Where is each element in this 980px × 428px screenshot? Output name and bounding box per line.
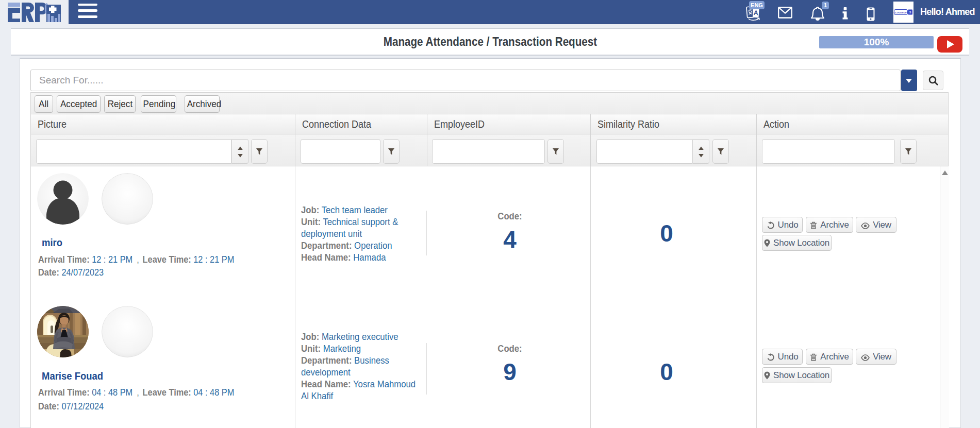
svg-text:A: A <box>753 9 758 17</box>
svg-text:S: S <box>909 11 911 14</box>
svg-text:CLOUDSOFT: CLOUDSOFT <box>894 11 908 14</box>
